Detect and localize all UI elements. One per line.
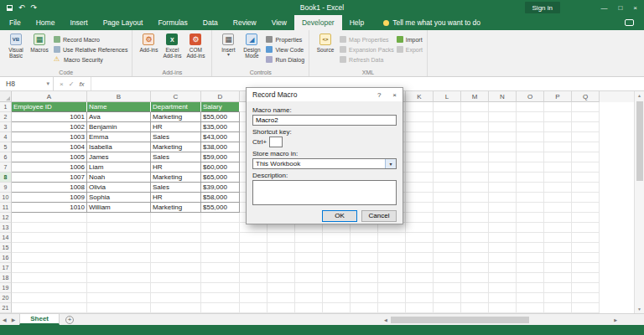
cell-D20[interactable] xyxy=(201,293,240,303)
cell-N2[interactable] xyxy=(489,112,517,122)
row-header-8[interactable]: 8 xyxy=(0,173,12,183)
cell-Q21[interactable] xyxy=(572,303,600,313)
insert-control-button[interactable]: Insert ▾ xyxy=(216,32,240,59)
cell-M11[interactable] xyxy=(461,203,489,213)
cell-O15[interactable] xyxy=(517,243,544,253)
cell-N13[interactable] xyxy=(489,223,517,233)
cell-B15[interactable] xyxy=(87,243,151,253)
cell-K19[interactable] xyxy=(406,283,434,293)
cell-O4[interactable] xyxy=(517,132,544,142)
cell-P9[interactable] xyxy=(544,183,572,193)
cell-A17[interactable] xyxy=(12,263,87,273)
cell-O17[interactable] xyxy=(517,263,544,273)
cell-H18[interactable] xyxy=(323,273,351,283)
tell-me-box[interactable]: Tell me what you want to do xyxy=(383,18,480,27)
record-macro-button[interactable]: Record Macro xyxy=(54,34,127,44)
cell-N15[interactable] xyxy=(489,243,517,253)
cell-F21[interactable] xyxy=(267,303,295,313)
cell-B3[interactable]: Benjamin xyxy=(87,122,151,132)
properties-button[interactable]: Properties xyxy=(266,34,304,44)
row-header-18[interactable]: 18 xyxy=(0,273,12,283)
cell-M17[interactable] xyxy=(461,263,489,273)
cell-H14[interactable] xyxy=(323,233,351,243)
cell-C2[interactable]: Marketing xyxy=(151,112,201,122)
run-dialog-button[interactable]: Run Dialog xyxy=(266,54,304,64)
cell-M5[interactable] xyxy=(461,142,489,152)
cell-L14[interactable] xyxy=(434,233,461,243)
cell-F14[interactable] xyxy=(267,233,295,243)
cell-N16[interactable] xyxy=(489,253,517,263)
cell-C6[interactable]: Sales xyxy=(151,152,201,162)
row-header-21[interactable]: 21 xyxy=(0,303,12,313)
cell-K13[interactable] xyxy=(406,223,434,233)
cell-A10[interactable]: 1009 xyxy=(12,193,87,203)
cell-F18[interactable] xyxy=(267,273,295,283)
cell-Q15[interactable] xyxy=(572,243,600,253)
cell-A7[interactable]: 1006 xyxy=(12,162,87,173)
cell-B1[interactable]: Name xyxy=(87,102,151,112)
cell-P20[interactable] xyxy=(544,293,572,303)
cell-C17[interactable] xyxy=(151,263,201,273)
cell-C11[interactable]: Marketing xyxy=(151,203,201,213)
cell-L9[interactable] xyxy=(434,183,461,193)
cell-A2[interactable]: 1001 xyxy=(12,112,87,122)
cell-B13[interactable] xyxy=(87,223,151,233)
cell-M19[interactable] xyxy=(461,283,489,293)
cell-L19[interactable] xyxy=(434,283,461,293)
cell-M12[interactable] xyxy=(461,213,489,223)
cell-C19[interactable] xyxy=(151,283,201,293)
row-header-20[interactable]: 20 xyxy=(0,293,12,303)
new-sheet-button[interactable]: + xyxy=(65,316,74,324)
cell-O9[interactable] xyxy=(517,183,544,193)
enter-formula-icon[interactable]: ✓ xyxy=(69,80,75,88)
cell-O19[interactable] xyxy=(517,283,544,293)
cell-C15[interactable] xyxy=(151,243,201,253)
cell-E18[interactable] xyxy=(240,273,267,283)
expansion-packs-button[interactable]: Expansion Packs xyxy=(340,44,394,54)
cell-L10[interactable] xyxy=(434,193,461,203)
cell-J18[interactable] xyxy=(378,273,406,283)
cell-N6[interactable] xyxy=(489,152,517,162)
maximize-icon[interactable]: □ xyxy=(618,4,622,12)
row-header-1[interactable]: 1 xyxy=(0,102,12,112)
cell-D3[interactable]: $35,000 xyxy=(201,122,240,132)
column-header-A[interactable]: A xyxy=(12,91,87,102)
ribbon-tab-help[interactable]: Help xyxy=(342,15,371,30)
scroll-up-icon[interactable]: ▲ xyxy=(637,91,641,100)
cell-J17[interactable] xyxy=(378,263,406,273)
cell-L15[interactable] xyxy=(434,243,461,253)
cell-C21[interactable] xyxy=(151,303,201,313)
cell-D16[interactable] xyxy=(201,253,240,263)
use-relative-references-button[interactable]: Use Relative References xyxy=(54,44,127,54)
cell-G15[interactable] xyxy=(295,243,323,253)
cell-G14[interactable] xyxy=(295,233,323,243)
column-header-B[interactable]: B xyxy=(87,91,151,102)
column-header-K[interactable]: K xyxy=(406,91,434,102)
cell-D5[interactable]: $38,000 xyxy=(201,142,240,152)
cell-J15[interactable] xyxy=(378,243,406,253)
cell-I14[interactable] xyxy=(351,233,378,243)
cell-D13[interactable] xyxy=(201,223,240,233)
cell-Q7[interactable] xyxy=(572,162,600,173)
select-all-corner[interactable] xyxy=(0,91,12,102)
cell-O8[interactable] xyxy=(517,173,544,183)
cell-B11[interactable]: William xyxy=(87,203,151,213)
cell-O5[interactable] xyxy=(517,142,544,152)
cell-Q4[interactable] xyxy=(572,132,600,142)
cell-C4[interactable]: Sales xyxy=(151,132,201,142)
ribbon-tab-review[interactable]: Review xyxy=(226,15,264,30)
cell-D18[interactable] xyxy=(201,273,240,283)
cell-L8[interactable] xyxy=(434,173,461,183)
ribbon-tab-file[interactable]: File xyxy=(2,15,29,30)
sheet-nav-right-icon[interactable]: ▶ xyxy=(9,317,18,322)
cell-G18[interactable] xyxy=(295,273,323,283)
cell-B19[interactable] xyxy=(87,283,151,293)
cell-C12[interactable] xyxy=(151,213,201,223)
cell-I19[interactable] xyxy=(351,283,378,293)
cell-B17[interactable] xyxy=(87,263,151,273)
row-header-2[interactable]: 2 xyxy=(0,112,12,122)
cell-K6[interactable] xyxy=(406,152,434,162)
cell-K18[interactable] xyxy=(406,273,434,283)
cell-H20[interactable] xyxy=(323,293,351,303)
export-button[interactable]: Export xyxy=(397,44,423,54)
